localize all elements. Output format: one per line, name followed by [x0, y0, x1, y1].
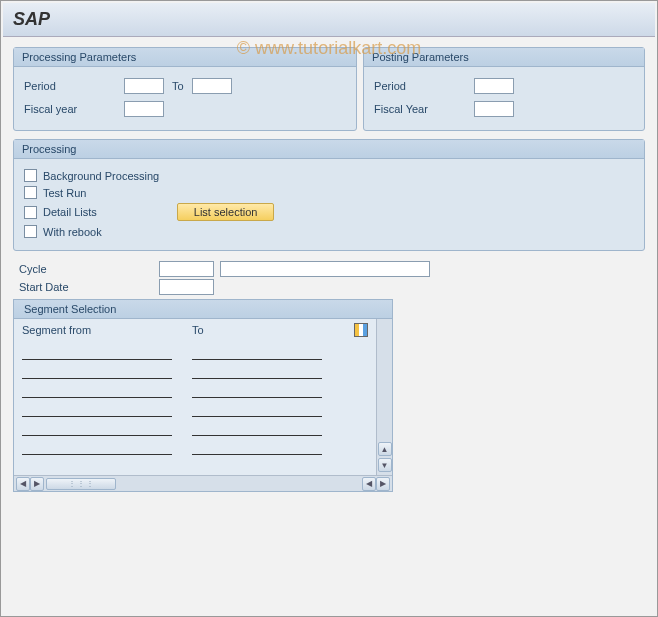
scroll-thumb[interactable]: ⋮⋮⋮ [46, 478, 116, 490]
app-title: SAP [13, 9, 645, 30]
horizontal-scrollbar[interactable]: ◀ ▶ ⋮⋮⋮ ◀ ▶ [14, 475, 392, 491]
list-selection-button[interactable]: List selection [177, 203, 275, 221]
background-processing-checkbox[interactable] [24, 169, 37, 182]
segment-to-header: To [192, 324, 352, 336]
processing-panel: Processing Background Processing Test Ru… [13, 139, 645, 251]
start-date-input[interactable] [159, 279, 214, 295]
with-rebook-label: With rebook [43, 226, 102, 238]
scroll-right-icon[interactable]: ▶ [30, 477, 44, 491]
segment-from-input[interactable] [22, 439, 172, 455]
segment-to-input[interactable] [192, 401, 322, 417]
segment-rows [22, 341, 370, 471]
processing-parameters-panel: Processing Parameters Period To Fiscal y… [13, 47, 357, 131]
with-rebook-checkbox[interactable] [24, 225, 37, 238]
posting-parameters-panel: Posting Parameters Period Fiscal Year [363, 47, 645, 131]
segment-to-input[interactable] [192, 363, 322, 379]
segment-to-input[interactable] [192, 439, 322, 455]
posting-period-label: Period [374, 80, 474, 92]
column-config-icon[interactable] [352, 323, 370, 337]
panel-title: Processing [14, 140, 644, 159]
segment-to-input[interactable] [192, 344, 322, 360]
panel-title: Processing Parameters [14, 48, 356, 67]
to-label: To [172, 80, 184, 92]
fiscal-year-label: Fiscal year [24, 103, 124, 115]
fiscal-year-input[interactable] [124, 101, 164, 117]
start-date-label: Start Date [19, 281, 159, 293]
segment-from-input[interactable] [22, 382, 172, 398]
segment-from-header: Segment from [22, 324, 192, 336]
title-bar: SAP [3, 3, 655, 37]
cycle-long-input[interactable] [220, 261, 430, 277]
detail-lists-label: Detail Lists [43, 206, 97, 218]
scroll-right-end-icon[interactable]: ▶ [376, 477, 390, 491]
segment-from-input[interactable] [22, 401, 172, 417]
cycle-short-input[interactable] [159, 261, 214, 277]
background-processing-label: Background Processing [43, 170, 159, 182]
cycle-label: Cycle [19, 263, 159, 275]
scroll-up-icon[interactable]: ▲ [378, 442, 392, 456]
posting-period-input[interactable] [474, 78, 514, 94]
period-label: Period [24, 80, 124, 92]
segment-to-input[interactable] [192, 458, 322, 471]
test-run-checkbox[interactable] [24, 186, 37, 199]
segment-to-input[interactable] [192, 382, 322, 398]
panel-title: Posting Parameters [364, 48, 644, 67]
posting-fiscal-input[interactable] [474, 101, 514, 117]
segment-from-input[interactable] [22, 458, 172, 471]
vertical-scrollbar[interactable]: ▲ ▼ [376, 319, 392, 475]
app-window: SAP © www.tutorialkart.com Processing Pa… [0, 0, 658, 617]
test-run-label: Test Run [43, 187, 86, 199]
period-to-input[interactable] [192, 78, 232, 94]
panel-title: Segment Selection [14, 300, 392, 319]
content-area: Processing Parameters Period To Fiscal y… [3, 37, 655, 502]
scroll-left-icon[interactable]: ◀ [16, 477, 30, 491]
period-from-input[interactable] [124, 78, 164, 94]
posting-fiscal-label: Fiscal Year [374, 103, 474, 115]
segment-selection-panel: Segment Selection Segment from To [13, 299, 393, 492]
detail-lists-checkbox[interactable] [24, 206, 37, 219]
segment-to-input[interactable] [192, 420, 322, 436]
segment-from-input[interactable] [22, 420, 172, 436]
scroll-down-icon[interactable]: ▼ [378, 458, 392, 472]
scroll-left-end-icon[interactable]: ◀ [362, 477, 376, 491]
segment-from-input[interactable] [22, 344, 172, 360]
segment-from-input[interactable] [22, 363, 172, 379]
